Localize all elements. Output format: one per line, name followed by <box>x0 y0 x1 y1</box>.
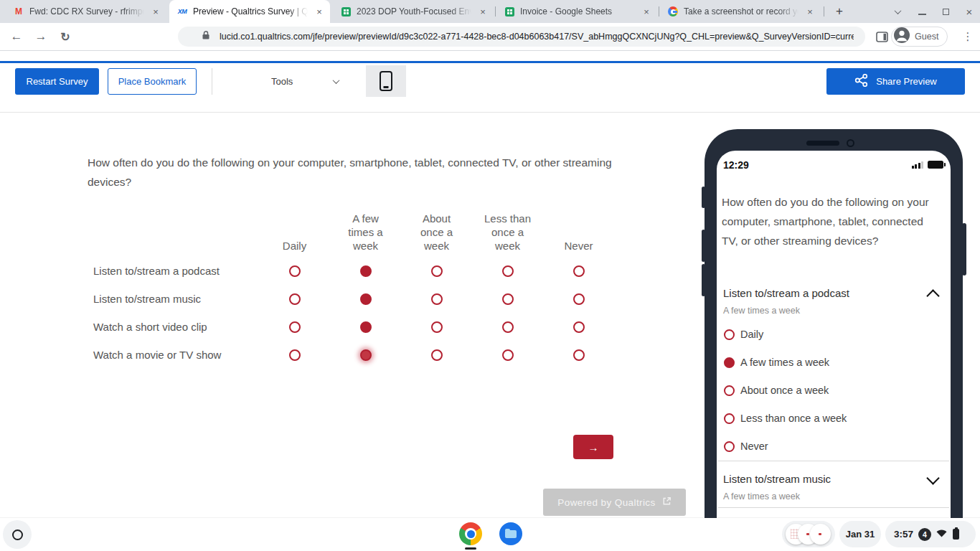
matrix-radio[interactable] <box>330 257 401 285</box>
share-icon <box>854 74 869 89</box>
column-header: Less than once a week <box>472 208 543 257</box>
address-bar[interactable]: lucid.co1.qualtrics.com/jfe/preview/prev… <box>178 27 865 47</box>
accordion-title-podcast[interactable]: Listen to/stream a podcast <box>723 287 849 299</box>
new-tab-button[interactable]: + <box>831 3 848 20</box>
tools-label: Tools <box>271 76 293 87</box>
matrix-radio[interactable] <box>401 257 472 285</box>
share-preview-button[interactable]: Share Preview <box>826 68 965 95</box>
place-bookmark-button[interactable]: Place Bookmark <box>108 68 197 95</box>
qualtrics-xm-icon: XM <box>176 6 188 17</box>
profile-label: Guest <box>915 32 938 42</box>
chevron-down-icon[interactable] <box>926 471 939 484</box>
window-restore-button[interactable] <box>935 0 956 23</box>
chromeos-shelf: Jan 31 3:57 4 <box>0 518 980 551</box>
matrix-radio[interactable] <box>401 313 472 341</box>
close-tab-icon[interactable]: × <box>476 5 489 18</box>
matrix-radio[interactable] <box>330 341 401 369</box>
tab-sheets-invoice[interactable]: Invoice - Google Sheets × <box>496 0 657 23</box>
matrix-radio[interactable] <box>472 341 543 369</box>
phone-volume-down-button <box>702 264 705 296</box>
matrix-radio[interactable] <box>259 285 330 313</box>
gmail-icon: M <box>13 6 24 17</box>
matrix-radio[interactable] <box>472 313 543 341</box>
close-tab-icon[interactable]: × <box>313 5 326 18</box>
forward-button[interactable]: → <box>29 23 53 50</box>
row-label: Listen to/stream a podcast <box>89 257 259 285</box>
phone-option-few-times[interactable]: A few times a week <box>724 354 829 370</box>
tools-dropdown[interactable]: Tools <box>258 68 346 95</box>
back-button[interactable]: ← <box>4 23 29 50</box>
date-pill[interactable]: Jan 31 <box>839 521 881 547</box>
matrix-radio[interactable] <box>259 313 330 341</box>
matrix-table: Daily A few times a week About once a we… <box>89 208 614 369</box>
window-minimize-button[interactable] <box>911 0 933 23</box>
matrix-radio[interactable] <box>259 257 330 285</box>
tab-title: Fwd: CDC RX Survey - rfrimpor <box>29 6 144 17</box>
phone-option-less-once[interactable]: Less than once a week <box>724 410 847 426</box>
tab-sheets-dop[interactable]: 2023 DOP Youth-Focused Env × <box>333 0 494 23</box>
column-header: Daily <box>259 208 330 257</box>
chrome-icon[interactable] <box>459 522 482 545</box>
matrix-radio[interactable] <box>259 341 330 369</box>
battery-icon <box>953 529 959 540</box>
chevron-up-icon[interactable] <box>926 289 939 302</box>
profile-chip[interactable]: Guest <box>891 27 948 47</box>
matrix-radio[interactable] <box>330 285 401 313</box>
tab-qualtrics-preview[interactable]: XM Preview - Qualtrics Survey | Qu × <box>169 0 330 23</box>
phone-status-icons <box>912 161 944 169</box>
matrix-radio[interactable] <box>543 257 614 285</box>
powered-by-qualtrics-badge[interactable]: Powered by Qualtrics <box>543 489 686 516</box>
side-panel-icon[interactable] <box>872 27 891 46</box>
matrix-radio[interactable] <box>401 285 472 313</box>
status-tray[interactable]: 3:57 4 <box>885 521 976 547</box>
close-tab-icon[interactable]: × <box>640 5 653 18</box>
matrix-radio[interactable] <box>472 285 543 313</box>
matrix-radio[interactable] <box>543 285 614 313</box>
external-link-icon <box>662 496 672 508</box>
launcher-button[interactable] <box>3 520 32 549</box>
window-close-button[interactable]: × <box>958 0 980 23</box>
chevron-down-icon <box>333 77 340 84</box>
clock-time: 3:57 <box>894 529 913 540</box>
phone-option-daily[interactable]: Daily <box>724 326 763 342</box>
notification-tray[interactable] <box>782 521 835 547</box>
lock-icon <box>202 30 210 43</box>
matrix-radio[interactable] <box>472 257 543 285</box>
url-text: lucid.co1.qualtrics.com/jfe/preview/prev… <box>220 32 854 42</box>
tab-gmail[interactable]: M Fwd: CDC RX Survey - rfrimpor × <box>6 0 166 23</box>
divider <box>718 461 949 461</box>
radio-icon <box>724 413 735 424</box>
preview-header-divider <box>0 112 980 113</box>
tab-google-search[interactable]: Take a screenshot or record yo × <box>660 0 821 23</box>
phone-speaker <box>806 141 839 146</box>
tabstrip-chevron-down-icon[interactable] <box>887 0 908 23</box>
close-tab-icon[interactable]: × <box>804 5 816 18</box>
guest-avatar-icon <box>894 27 910 46</box>
phone-option-once-week[interactable]: About once a week <box>724 382 829 398</box>
mobile-view-toggle[interactable] <box>366 65 406 97</box>
preview-accent-line <box>0 61 980 63</box>
restart-survey-button[interactable]: Restart Survey <box>15 68 99 95</box>
matrix-radio[interactable] <box>401 341 472 369</box>
phone-status-time: 12:29 <box>723 159 749 171</box>
matrix-radio[interactable] <box>330 313 401 341</box>
radio-icon <box>724 385 735 396</box>
matrix-radio[interactable] <box>543 313 614 341</box>
phone-option-never[interactable]: Never <box>724 438 768 454</box>
row-label: Watch a short video clip <box>89 313 259 341</box>
powered-label: Powered by Qualtrics <box>557 497 655 508</box>
reload-button[interactable]: ↻ <box>53 23 77 50</box>
phone-screen: 12:29 How often do you do the following … <box>717 151 951 518</box>
close-tab-icon[interactable]: × <box>149 5 162 18</box>
tab-title: Take a screenshot or record yo <box>684 6 798 17</box>
divider <box>718 507 949 508</box>
next-button[interactable]: → <box>573 435 613 459</box>
tab-title: 2023 DOP Youth-Focused Env <box>357 6 471 17</box>
google-icon <box>667 6 679 17</box>
browser-menu-icon[interactable]: ⋮ <box>958 26 977 47</box>
accordion-title-music[interactable]: Listen to/stream music <box>723 473 831 485</box>
notification-count-badge: 4 <box>918 528 931 541</box>
tab-separator <box>495 6 496 17</box>
matrix-radio[interactable] <box>543 341 614 369</box>
files-app-icon[interactable] <box>499 522 522 545</box>
